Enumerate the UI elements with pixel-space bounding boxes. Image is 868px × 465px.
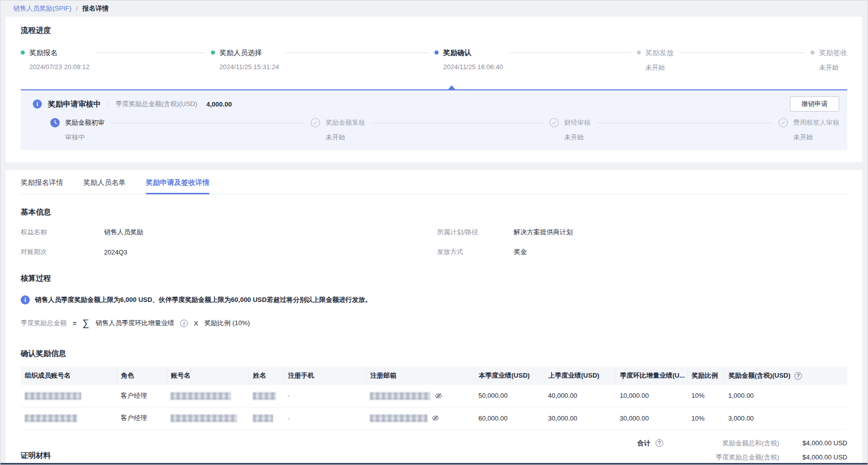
field-value: 2024Q3 (104, 248, 127, 256)
cell-account-name (167, 407, 249, 429)
main-stepper: 奖励报名 2024/07/23 20:09:12 奖励人员选择 2024/11/… (21, 47, 847, 72)
total-sum-value: $4,000.00 USD (779, 439, 847, 447)
cell-org-member-account (21, 385, 117, 407)
step-label: 奖励报名 (29, 47, 89, 58)
substep-connector (111, 123, 304, 123)
step-connector (509, 53, 631, 53)
banner-caret (448, 85, 455, 89)
cell-ratio: 10% (687, 385, 724, 407)
check-circle-icon (549, 118, 559, 128)
quarter-total-label: 季度奖励总金额(含税)(USD) (116, 99, 197, 109)
totals-summary: 合计 ? 奖励金额总和(含税) $4,000.00 USD 季度奖励总金额(含税… (637, 439, 847, 462)
col-registered-phone: 注册手机 (284, 367, 366, 385)
cell-account-name (167, 385, 249, 407)
approval-status-banner: i 奖励申请审核中 季度奖励总金额(含税)(USD) 4,000.00 撤销申请… (21, 89, 847, 150)
col-role: 角色 (117, 367, 167, 385)
info-icon: i (21, 295, 30, 304)
calc-upper-limit-note: i 销售人员季度奖励金额上限为6,000 USD、伙伴季度奖励金额上限为60,0… (21, 295, 847, 304)
substep-label: 财经审核 (564, 118, 590, 128)
tab-application-receipt-detail[interactable]: 奖励申请及签收详情 (146, 170, 209, 194)
revoke-application-button[interactable]: 撤销申请 (790, 96, 839, 112)
section-title-basic-info: 基本信息 (21, 208, 847, 217)
formula-term: 销售人员季度环比增量业绩 (95, 319, 174, 328)
substep-expense-signer-review: 费用权签人审核 未开始 (778, 118, 839, 142)
window-bottom-edge (1, 463, 867, 464)
redacted-text (25, 392, 81, 400)
calc-formula: 季度奖励总金额 = ∑ 销售人员季度环比增量业绩 i X 奖励比例 (10%) (21, 318, 847, 329)
step-connector (95, 53, 204, 53)
cell-ratio: 10% (687, 407, 724, 429)
breadcrumb-separator: / (76, 5, 78, 13)
eye-slash-icon[interactable] (431, 414, 440, 422)
step-timestamp: 2024/11/25 15:31:24 (220, 63, 279, 71)
col-reward-ratio: 奖励比例 (687, 367, 724, 385)
section-title-calc-process: 核算过程 (21, 274, 847, 283)
step-label: 奖励确认 (443, 47, 503, 58)
cell-current-quarter: 50,000.00 (474, 385, 544, 407)
breadcrumb-link-spif[interactable]: 销售人员奖励(SPIF) (13, 4, 72, 13)
section-title-process: 流程进度 (21, 26, 847, 35)
step-connector (285, 53, 428, 53)
substep-initial-review: 奖励金额初审 审核中 (50, 118, 104, 142)
table-footer: 合计 ? 奖励金额总和(含税) $4,000.00 USD 季度奖励总金额(含税… (21, 430, 847, 465)
quarter-total-sum-label: 季度奖励总金额(含税) (663, 453, 779, 462)
substep-amount-recheck: 奖励金额复核 未开始 (310, 118, 365, 142)
cell-registered-email (366, 407, 474, 429)
redacted-text (253, 392, 276, 400)
step-personnel-selection: 奖励人员选择 2024/11/25 15:31:24 (211, 47, 279, 72)
col-registered-email: 注册邮箱 (366, 367, 474, 385)
totals-header: 合计 ? (637, 439, 663, 448)
eye-slash-icon[interactable] (435, 392, 443, 400)
cell-increment: 30,000.00 (616, 407, 687, 429)
cell-name (249, 407, 284, 429)
step-dot-done-icon (21, 50, 25, 55)
substep-label: 奖励金额复核 (326, 118, 365, 128)
step-reward-registration: 奖励报名 2024/07/23 20:09:12 (21, 47, 89, 72)
note-text: 销售人员季度奖励金额上限为6,000 USD、伙伴季度奖励金额上限为60,000… (35, 295, 371, 304)
tab-registration-detail[interactable]: 奖励报名详情 (21, 170, 63, 194)
step-timestamp: 2024/11/25 16:06:40 (443, 63, 503, 71)
breadcrumb: 销售人员奖励(SPIF) / 报名详情 (1, 1, 867, 17)
substep-status: 未开始 (793, 133, 839, 142)
step-dot-pending-icon (810, 50, 815, 55)
question-icon[interactable]: ? (794, 372, 802, 380)
cell-org-member-account (21, 407, 117, 429)
step-label: 奖励人员选择 (220, 47, 279, 58)
substep-status: 审核中 (65, 133, 104, 142)
question-icon[interactable]: ? (656, 439, 663, 447)
col-name: 姓名 (249, 367, 284, 385)
substep-status: 未开始 (564, 133, 590, 142)
substep-finance-review: 财经审核 未开始 (549, 118, 590, 142)
cell-registered-email (366, 385, 474, 407)
redacted-text (370, 415, 427, 422)
formula-rate: 奖励比例 (10%) (204, 319, 250, 328)
field-label: 对账期次 (21, 247, 104, 256)
totals-label: 合计 (637, 439, 650, 448)
field-value: 奖金 (514, 247, 527, 256)
field-label: 所属计划/路径 (437, 228, 514, 237)
step-timestamp: 2024/07/23 20:09:12 (29, 63, 89, 71)
step-status: 未开始 (645, 63, 674, 72)
col-current-quarter: 本季度业绩(USD) (474, 367, 544, 385)
quarter-total-sum-value: $4,000.00 USD (779, 453, 847, 461)
check-circle-icon (310, 118, 320, 128)
total-sum-label: 奖励金额总和(含税) (663, 439, 779, 448)
check-circle-icon (778, 118, 788, 128)
step-label: 奖励签收 (819, 47, 847, 58)
step-connector (680, 53, 804, 53)
tab-personnel-list[interactable]: 奖励人员名单 (83, 170, 126, 194)
process-progress-card: 流程进度 奖励报名 2024/07/23 20:09:12 奖励人员选择 202… (6, 17, 862, 162)
divider (108, 100, 108, 108)
info-icon: i (33, 99, 42, 109)
approval-status-title: 奖励申请审核中 (48, 99, 101, 109)
info-outline-icon[interactable]: i (180, 320, 188, 327)
breadcrumb-current: 报名详情 (82, 4, 108, 13)
step-dot-done-icon (211, 50, 215, 55)
field-label: 发放方式 (437, 247, 514, 256)
formula-lhs: 季度奖励总金额 (21, 319, 67, 328)
field-distribution-method: 发放方式 奖金 (437, 247, 527, 256)
tab-bar: 奖励报名详情 奖励人员名单 奖励申请及签收详情 (21, 170, 847, 194)
detail-card: 奖励报名详情 奖励人员名单 奖励申请及签收详情 基本信息 权益名称 销售人员奖励… (6, 170, 862, 465)
quarter-total-value: 4,000.00 (206, 100, 232, 108)
reward-table: 组织成员账号名 角色 账号名 姓名 注册手机 注册邮箱 本季度业绩(USD) 上… (21, 367, 847, 430)
